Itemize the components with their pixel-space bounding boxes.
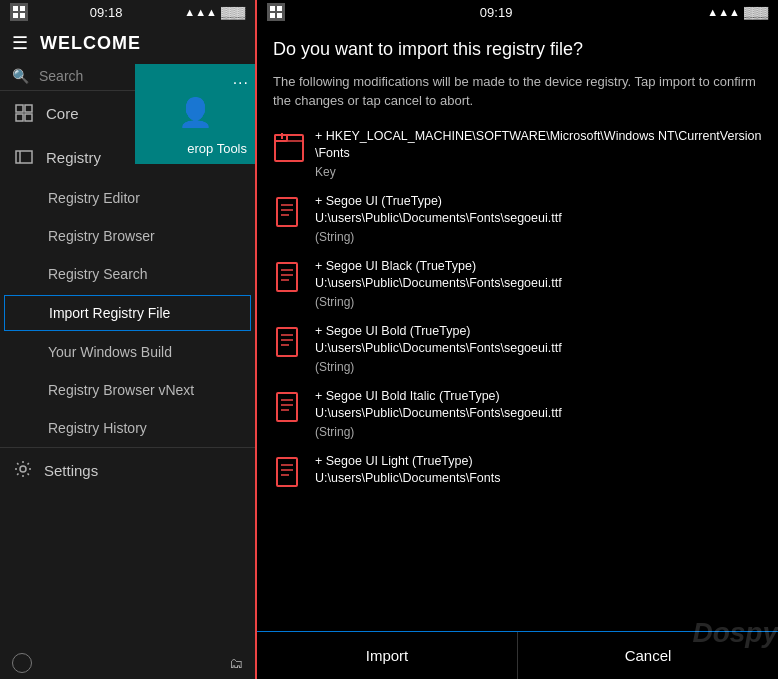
registry-entry-1: + Segoe UI (TrueType)U:\users\Public\Doc… — [273, 193, 762, 244]
svg-rect-27 — [277, 328, 297, 356]
dialog-description: The following modifications will be made… — [273, 73, 762, 109]
status-icons-left: ▲▲▲ ▓▓▓ — [184, 6, 245, 18]
teal-dots: ... — [233, 70, 249, 88]
svg-rect-13 — [270, 13, 275, 18]
person-icon: 👤 — [141, 96, 249, 129]
svg-rect-12 — [277, 6, 282, 11]
bottom-bar-left: 🗂 — [0, 647, 255, 679]
signal-icon: ▲▲▲ — [184, 6, 217, 18]
registry-bottom-icon: 🗂 — [229, 655, 243, 671]
entry-text-3: + Segoe UI Bold (TrueType)U:\users\Publi… — [315, 323, 762, 374]
entry-path-2: + Segoe UI Black (TrueType)U:\users\Publ… — [315, 258, 762, 293]
settings-label: Settings — [44, 462, 98, 479]
sidebar-item-registry-search[interactable]: Registry Search — [0, 255, 255, 293]
teal-card: ... 👤 erop Tools — [135, 64, 255, 164]
file-icon-1 — [273, 195, 305, 231]
hamburger-icon[interactable]: ☰ — [12, 32, 28, 54]
entry-path-3: + Segoe UI Bold (TrueType)U:\users\Publi… — [315, 323, 762, 358]
svg-rect-3 — [20, 13, 25, 18]
left-panel: 09:18 ▲▲▲ ▓▓▓ ☰ WELCOME 🔍 Search Core — [0, 0, 255, 679]
svg-rect-5 — [25, 105, 32, 112]
dialog-footer: Import Cancel — [257, 631, 778, 679]
sidebar-item-your-windows-build[interactable]: Your Windows Build — [0, 333, 255, 371]
status-icons-right: ▲▲▲ ▓▓▓ — [707, 6, 768, 18]
settings-icon — [14, 460, 32, 481]
sidebar-item-import-registry-file[interactable]: Import Registry File — [4, 295, 251, 331]
entry-type-3: (String) — [315, 360, 762, 374]
entry-text-4: + Segoe UI Bold Italic (TrueType)U:\user… — [315, 388, 762, 439]
time-left: 09:18 — [90, 5, 123, 20]
registry-entry-4: + Segoe UI Bold Italic (TrueType)U:\user… — [273, 388, 762, 439]
sidebar-item-registry-history[interactable]: Registry History — [0, 409, 255, 447]
entry-text-2: + Segoe UI Black (TrueType)U:\users\Publ… — [315, 258, 762, 309]
search-placeholder: Search — [39, 68, 83, 84]
registry-entry-3: + Segoe UI Bold (TrueType)U:\users\Publi… — [273, 323, 762, 374]
status-bar-right: 09:19 ▲▲▲ ▓▓▓ — [257, 0, 778, 24]
svg-rect-0 — [13, 6, 18, 11]
entry-type-4: (String) — [315, 425, 762, 439]
right-panel: 09:19 ▲▲▲ ▓▓▓ Do you want to import this… — [255, 0, 778, 679]
cancel-button[interactable]: Cancel — [518, 632, 778, 679]
entry-text-0: + HKEY_LOCAL_MACHINE\SOFTWARE\Microsoft\… — [315, 128, 762, 179]
sidebar-item-registry-browser[interactable]: Registry Browser — [0, 217, 255, 255]
app-icon-left — [10, 3, 28, 21]
svg-rect-15 — [275, 135, 303, 161]
file-icon-2 — [273, 260, 305, 296]
nav-section: Core ∧ Registry ∨ Registry Editor Regist… — [0, 91, 255, 647]
svg-rect-11 — [270, 6, 275, 11]
folder-icon-0 — [273, 130, 305, 166]
core-icon — [14, 103, 34, 123]
svg-point-10 — [20, 466, 26, 472]
svg-rect-2 — [13, 13, 18, 18]
file-icon-4 — [273, 390, 305, 426]
registry-entry-0: + HKEY_LOCAL_MACHINE\SOFTWARE\Microsoft\… — [273, 128, 762, 179]
entry-path-0: + HKEY_LOCAL_MACHINE\SOFTWARE\Microsoft\… — [315, 128, 762, 163]
entry-type-2: (String) — [315, 295, 762, 309]
signal-icon-right: ▲▲▲ — [707, 6, 740, 18]
battery-icon-left: ▓▓▓ — [221, 6, 245, 18]
sidebar-item-registry-browser-vnext[interactable]: Registry Browser vNext — [0, 371, 255, 409]
svg-rect-35 — [277, 458, 297, 486]
svg-rect-7 — [25, 114, 32, 121]
svg-rect-31 — [277, 393, 297, 421]
top-bar-left: ☰ WELCOME — [0, 24, 255, 62]
svg-rect-6 — [16, 114, 23, 121]
file-icon-3 — [273, 325, 305, 361]
search-icon: 🔍 — [12, 68, 29, 84]
status-bar-left: 09:18 ▲▲▲ ▓▓▓ — [0, 0, 255, 24]
battery-icon-right: ▓▓▓ — [744, 6, 768, 18]
sidebar-item-registry-editor[interactable]: Registry Editor — [0, 179, 255, 217]
nav-item-settings[interactable]: Settings — [0, 447, 255, 493]
registry-entry-5: + Segoe UI Light (TrueType)U:\users\Publ… — [273, 453, 762, 491]
entry-path-5: + Segoe UI Light (TrueType)U:\users\Publ… — [315, 453, 762, 488]
svg-rect-19 — [277, 198, 297, 226]
entry-text-5: + Segoe UI Light (TrueType)U:\users\Publ… — [315, 453, 762, 490]
dialog-title: Do you want to import this registry file… — [273, 38, 762, 61]
entry-type-0: Key — [315, 165, 762, 179]
svg-rect-8 — [16, 151, 32, 163]
registry-nav-icon — [14, 147, 34, 167]
svg-rect-4 — [16, 105, 23, 112]
entry-type-1: (String) — [315, 230, 762, 244]
svg-rect-14 — [277, 13, 282, 18]
import-button[interactable]: Import — [257, 632, 518, 679]
app-icon-right — [267, 3, 285, 21]
entry-path-4: + Segoe UI Bold Italic (TrueType)U:\user… — [315, 388, 762, 423]
file-icon-5 — [273, 455, 305, 491]
app-title: WELCOME — [40, 33, 141, 54]
teal-label: erop Tools — [143, 141, 247, 156]
back-button[interactable] — [12, 653, 32, 673]
registry-entry-2: + Segoe UI Black (TrueType)U:\users\Publ… — [273, 258, 762, 309]
time-right: 09:19 — [480, 5, 513, 20]
dialog-content: Do you want to import this registry file… — [257, 24, 778, 631]
svg-rect-23 — [277, 263, 297, 291]
svg-rect-1 — [20, 6, 25, 11]
entry-text-1: + Segoe UI (TrueType)U:\users\Public\Doc… — [315, 193, 762, 244]
entry-path-1: + Segoe UI (TrueType)U:\users\Public\Doc… — [315, 193, 762, 228]
